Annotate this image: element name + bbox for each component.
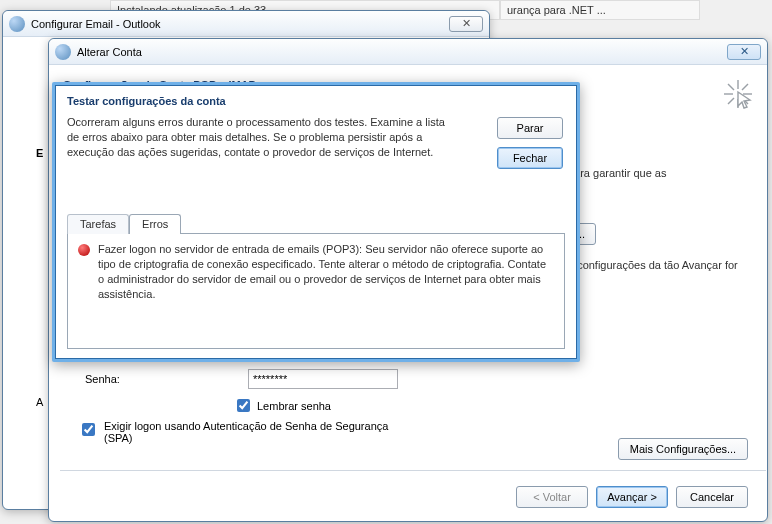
more-settings-button[interactable]: Mais Configurações...: [618, 438, 748, 460]
partial-label-e: E: [36, 147, 43, 159]
svg-line-7: [728, 98, 734, 104]
svg-line-6: [742, 84, 748, 90]
close-icon: ✕: [462, 17, 471, 30]
dialog-message: Ocorreram alguns erros durante o process…: [67, 115, 457, 160]
close-icon: ✕: [740, 45, 749, 58]
next-button[interactable]: Avançar >: [596, 486, 668, 508]
cancel-button[interactable]: Cancelar: [676, 486, 748, 508]
partial-label-a: A: [36, 396, 43, 408]
wizard-buttons: < Voltar Avançar > Cancelar: [516, 486, 748, 508]
back-button[interactable]: < Voltar: [516, 486, 588, 508]
svg-line-4: [728, 84, 734, 90]
tab-errors[interactable]: Erros: [129, 214, 181, 234]
dialog-title: Testar configurações da conta: [67, 95, 565, 107]
titlebar-configurar[interactable]: Configurar Email - Outlook ✕: [3, 11, 489, 37]
spa-checkbox[interactable]: [82, 423, 95, 436]
spa-option[interactable]: Exigir logon usando Autenticação de Senh…: [78, 420, 418, 444]
close-dialog-button[interactable]: Fechar: [497, 147, 563, 169]
error-item: Fazer logon no servidor de entrada de em…: [78, 242, 554, 301]
password-label: Senha:: [85, 373, 120, 385]
titlebar-alterar[interactable]: Alterar Conta ✕: [49, 39, 767, 65]
bg-security-strip: urança para .NET ...: [500, 0, 700, 20]
divider: [60, 470, 766, 471]
tab-tasks[interactable]: Tarefas: [67, 214, 129, 234]
remember-password[interactable]: Lembrar senha: [233, 396, 331, 415]
test-settings-dialog: Testar configurações da conta Ocorreram …: [52, 82, 580, 362]
cursor-icon: [722, 78, 754, 110]
window-title-alterar: Alterar Conta: [77, 46, 727, 58]
window-title-configurar: Configurar Email - Outlook: [31, 18, 449, 30]
spa-label: Exigir logon usando Autenticação de Senh…: [104, 420, 418, 444]
close-button-configurar[interactable]: ✕: [449, 16, 483, 32]
stop-button[interactable]: Parar: [497, 117, 563, 139]
remember-password-label: Lembrar senha: [257, 400, 331, 412]
error-icon: [78, 244, 90, 256]
remember-password-checkbox[interactable]: [237, 399, 250, 412]
password-input[interactable]: [248, 369, 398, 389]
dialog-tabs: Tarefas Erros Fazer logon no servidor de…: [67, 213, 565, 349]
close-button-alterar[interactable]: ✕: [727, 44, 761, 60]
error-text: Fazer logon no servidor de entrada de em…: [98, 242, 554, 301]
app-icon: [55, 44, 71, 60]
tab-panel-errors: Fazer logon no servidor de entrada de em…: [67, 233, 565, 349]
app-icon: [9, 16, 25, 32]
